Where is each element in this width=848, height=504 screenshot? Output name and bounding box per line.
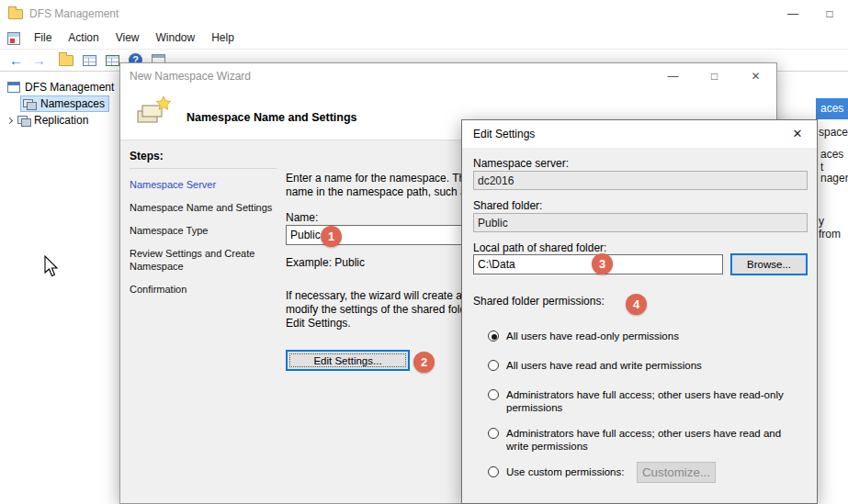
- tree-item-label: Replication: [34, 114, 88, 127]
- menu-view[interactable]: View: [107, 28, 148, 49]
- export-list-icon[interactable]: [106, 55, 119, 66]
- shared-folder-permissions-label: Shared folder permissions:: [473, 295, 605, 308]
- radio-all-users-read-write[interactable]: All users have read and write permission…: [488, 359, 802, 372]
- replication-icon: [17, 115, 30, 126]
- tree-item-namespaces[interactable]: Namespaces: [0, 95, 119, 112]
- app-folder-icon: [8, 9, 23, 19]
- intro-line-1: Enter a name for the namespace. This na: [286, 172, 489, 185]
- browse-button[interactable]: Browse...: [730, 253, 808, 275]
- console-tree: DFS Management Namespaces Replication: [0, 72, 119, 504]
- menu-bar: File Action View Window Help: [0, 28, 848, 49]
- menu-window[interactable]: Window: [148, 28, 204, 49]
- edit-dialog-titlebar: Edit Settings ✕: [462, 120, 817, 148]
- wizard-page-title: Namespace Name and Settings: [187, 111, 357, 124]
- forward-icon[interactable]: →: [32, 50, 46, 71]
- namespace-server-input: [473, 171, 808, 190]
- main-window-title: DFS Management: [29, 0, 119, 28]
- tree-selection-highlight: Namespaces: [20, 95, 109, 112]
- namespace-wizard-icon: [135, 95, 172, 131]
- example-text: Example: Public: [286, 256, 365, 269]
- annotation-circle-2: 2: [413, 352, 435, 373]
- radio-icon: [488, 428, 499, 439]
- radio-admins-full-users-read-write[interactable]: Administrators have full access; other u…: [488, 427, 802, 453]
- wizard-titlebar: New Namespace Wizard — □ ✕: [120, 63, 776, 89]
- wizard-close-icon[interactable]: ✕: [735, 63, 776, 89]
- annotation-circle-3: 3: [592, 253, 613, 274]
- annotation-circle-4: 4: [626, 294, 647, 315]
- wizard-title: New Namespace Wizard: [120, 63, 652, 89]
- back-icon[interactable]: ←: [9, 50, 23, 71]
- menu-action[interactable]: Action: [60, 28, 107, 49]
- name-label: Name:: [286, 211, 318, 224]
- window-controls: — □: [775, 0, 848, 28]
- background-pane-header-fragment: aces: [816, 98, 848, 119]
- minimize-icon[interactable]: —: [775, 0, 811, 28]
- radio-icon: [488, 389, 499, 400]
- close-icon[interactable]: ✕: [778, 120, 817, 148]
- steps-panel: Steps: Namespace Server Namespace Name a…: [130, 150, 277, 306]
- radio-icon: [488, 466, 499, 477]
- steps-heading: Steps:: [130, 150, 277, 162]
- tree-item-replication[interactable]: Replication: [0, 112, 119, 129]
- steps-divider: [130, 168, 277, 169]
- show-console-tree-icon[interactable]: [59, 55, 73, 66]
- radio-icon: [488, 360, 499, 371]
- main-titlebar: DFS Management — □: [0, 0, 848, 28]
- radio-selected-icon: [488, 330, 499, 342]
- tree-item-label: Namespaces: [40, 97, 105, 110]
- step-namespace-name-and-settings: Namespace Name and Settings: [130, 201, 277, 214]
- shared-folder-label: Shared folder:: [473, 199, 542, 212]
- customize-button: Customize...: [637, 462, 716, 483]
- step-namespace-server[interactable]: Namespace Server: [130, 178, 277, 191]
- dfs-management-icon: [7, 82, 20, 93]
- step-confirmation: Confirmation: [130, 283, 277, 296]
- background-text-fragment: aces t: [820, 148, 848, 174]
- tree-root-label: DFS Management: [25, 81, 114, 94]
- namespaces-icon: [23, 98, 36, 109]
- step-review-settings-and-create-namespace: Review Settings and Create Namespace: [130, 247, 277, 273]
- shared-folder-input: [473, 213, 808, 232]
- background-text-fragment: y from: [819, 215, 848, 241]
- background-text-fragment: nagen: [820, 172, 848, 185]
- step-namespace-type: Namespace Type: [130, 224, 277, 237]
- local-path-label: Local path of shared folder:: [473, 241, 606, 254]
- intro-line-2: name in the namespace path, such as \\: [286, 185, 489, 199]
- wizard-minimize-icon[interactable]: —: [652, 63, 694, 89]
- menu-file[interactable]: File: [26, 28, 60, 49]
- intro-text: Enter a name for the namespace. This na …: [286, 172, 489, 199]
- list-view-icon[interactable]: [83, 55, 96, 66]
- namespace-name-input[interactable]: [286, 225, 474, 245]
- tree-item-dfs-management[interactable]: DFS Management: [0, 79, 119, 95]
- chevron-right-icon[interactable]: [6, 117, 13, 123]
- namespace-server-label: Namespace server:: [473, 157, 569, 170]
- wizard-maximize-icon[interactable]: □: [694, 63, 735, 89]
- maximize-icon[interactable]: □: [811, 0, 848, 28]
- background-text-fragment: space...: [819, 126, 848, 139]
- console-app-icon: [7, 32, 20, 45]
- menu-help[interactable]: Help: [203, 28, 243, 49]
- mouse-cursor: [44, 255, 61, 279]
- radio-all-users-read-only[interactable]: All users have read-only permissions: [488, 330, 802, 342]
- annotation-circle-1: 1: [321, 226, 342, 247]
- radio-admins-full-users-read-only[interactable]: Administrators have full access; other u…: [488, 388, 802, 414]
- edit-settings-button[interactable]: Edit Settings...: [286, 350, 410, 371]
- edit-dialog-title: Edit Settings: [462, 120, 778, 148]
